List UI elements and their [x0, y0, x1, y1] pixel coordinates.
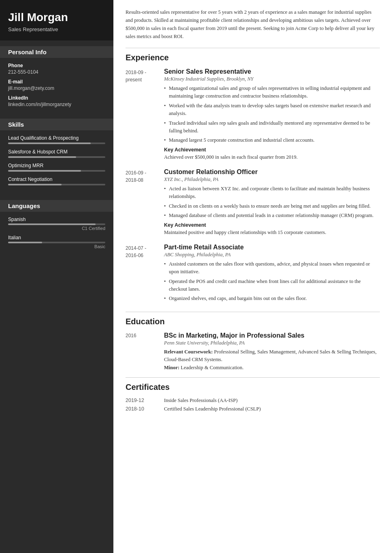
- edu-body: BSc in Marketing, Major in Professional …: [164, 332, 380, 372]
- section-divider: [126, 312, 380, 312]
- lang-name: Spanish: [8, 217, 105, 222]
- main-content: Results-oriented sales representative fo…: [113, 0, 392, 553]
- skill-bar-bg: [8, 143, 105, 144]
- bullet-item: Assisted customers on the sales floor wi…: [164, 260, 380, 276]
- skill-item: Salesforce & Hubspot CRM: [8, 149, 105, 158]
- personal-info-title: Personal Info: [0, 46, 113, 58]
- sidebar: Jill Morgan Sales Representative Persona…: [0, 0, 113, 553]
- lang-bar-fill: [8, 242, 42, 243]
- achievement-text: Achieved over $500,000 in sales in each …: [164, 153, 380, 161]
- skill-bar-fill: [8, 184, 62, 185]
- edu-coursework: Relevant Coursework: Professional Sellin…: [164, 348, 380, 372]
- cert-date: 2018-10: [126, 406, 164, 412]
- certificates-title: Certificates: [126, 383, 380, 392]
- skill-item: Optimizing MRR: [8, 163, 105, 172]
- certificate-entry: 2018-10 Certified Sales Leadership Profe…: [126, 406, 380, 412]
- bullet-item: Managed database of clients and potentia…: [164, 212, 380, 219]
- exp-date: 2018-09 -present: [126, 68, 164, 161]
- job-bullets: Managed organizational sales and group o…: [164, 85, 380, 145]
- skill-bar-fill: [8, 156, 76, 158]
- skill-item: Contract Negotiation: [8, 177, 105, 185]
- education-section: Education 2016 BSc in Marketing, Major i…: [126, 317, 380, 372]
- experience-entry: 2014-07 -2016-06 Part-time Retail Associ…: [126, 244, 380, 304]
- section-divider: [126, 377, 380, 378]
- summary-text: Results-oriented sales representative fo…: [126, 8, 380, 40]
- exp-date: 2016-09 -2018-08: [126, 168, 164, 236]
- linkedin-label: LinkedIn: [8, 95, 105, 101]
- skill-bar-bg: [8, 156, 105, 158]
- lang-level: Basic: [8, 244, 105, 249]
- skills-title: Skills: [0, 119, 113, 130]
- edu-date: 2016: [126, 332, 164, 372]
- bullet-item: Acted as liaison between XYZ Inc. and co…: [164, 185, 380, 201]
- candidate-title: Sales Representative: [8, 26, 105, 32]
- education-entry: 2016 BSc in Marketing, Major in Professi…: [126, 332, 380, 372]
- job-bullets: Acted as liaison between XYZ Inc. and co…: [164, 185, 380, 220]
- certificate-entry: 2019-12 Inside Sales Professionals (AA-I…: [126, 398, 380, 404]
- experience-section: Experience 2018-09 -present Senior Sales…: [126, 53, 380, 304]
- skill-name: Lead Qualification & Prospecting: [8, 135, 105, 141]
- cert-name: Certified Sales Leadership Professional …: [164, 406, 380, 412]
- languages-section: Languages Spanish C1 Certified Italian B…: [0, 194, 113, 257]
- job-title: Senior Sales Representative: [164, 68, 380, 75]
- lang-bar-fill: [8, 223, 96, 225]
- bullet-item: Worked with the data analysis team to de…: [164, 102, 380, 118]
- languages-title: Languages: [0, 200, 113, 212]
- linkedin-value: linkedin.com/in/jillmorganzety: [8, 102, 105, 107]
- sidebar-header: Jill Morgan Sales Representative: [0, 0, 113, 40]
- language-item: Spanish C1 Certified: [8, 217, 105, 231]
- job-bullets: Assisted customers on the sales floor wi…: [164, 260, 380, 303]
- achievement-label: Key Achievement: [164, 147, 380, 153]
- language-item: Italian Basic: [8, 235, 105, 249]
- bullet-item: Operated the POS and credit card machine…: [164, 278, 380, 294]
- personal-info-section: Personal Info Phone 212-555-0104 E-mail …: [0, 40, 113, 113]
- edu-school: Penn State University, Philadelphia, PA: [164, 340, 380, 346]
- skill-bar-bg: [8, 184, 105, 185]
- job-company: ABC Shopping, Philadelphia, PA: [164, 252, 380, 258]
- experience-entry: 2016-09 -2018-08 Customer Relationship O…: [126, 168, 380, 236]
- experience-title: Experience: [126, 53, 380, 62]
- experience-entry: 2018-09 -present Senior Sales Representa…: [126, 68, 380, 161]
- bullet-item: Tracked individual sales rep sales goals…: [164, 119, 380, 135]
- exp-body: Customer Relationship Officer XYZ Inc., …: [164, 168, 380, 236]
- cert-date: 2019-12: [126, 398, 164, 404]
- bullet-item: Managed organizational sales and group o…: [164, 85, 380, 100]
- exp-body: Part-time Retail Associate ABC Shopping,…: [164, 244, 380, 304]
- certificates-section: Certificates 2019-12 Inside Sales Profes…: [126, 383, 380, 412]
- skill-bar-fill: [8, 143, 91, 144]
- skill-bar-bg: [8, 170, 105, 172]
- achievement-label: Key Achievement: [164, 222, 380, 228]
- education-title: Education: [126, 317, 380, 326]
- cert-name: Inside Sales Professionals (AA-ISP): [164, 398, 380, 404]
- skill-name: Contract Negotiation: [8, 177, 105, 182]
- lang-bar-bg: [8, 223, 105, 225]
- exp-body: Senior Sales Representative McKinsey Ind…: [164, 68, 380, 161]
- job-title: Part-time Retail Associate: [164, 244, 380, 251]
- phone-value: 212-555-0104: [8, 69, 105, 75]
- bullet-item: Organized shelves, end caps, and bargain…: [164, 295, 380, 302]
- skill-bar-fill: [8, 170, 81, 172]
- email-label: E-mail: [8, 79, 105, 85]
- skill-name: Optimizing MRR: [8, 163, 105, 168]
- achievement-text: Maintained positive and happy client rel…: [164, 229, 380, 236]
- exp-date: 2014-07 -2016-06: [126, 244, 164, 304]
- job-company: XYZ Inc., Philadelphia, PA: [164, 177, 380, 183]
- lang-name: Italian: [8, 235, 105, 240]
- bullet-item: Checked in on clients on a weekly basis …: [164, 202, 380, 210]
- lang-level: C1 Certified: [8, 226, 105, 231]
- lang-bar-bg: [8, 242, 105, 243]
- skills-section: Skills Lead Qualification & Prospecting …: [0, 113, 113, 194]
- email-value: jill.morgan@zety.com: [8, 85, 105, 91]
- skill-name: Salesforce & Hubspot CRM: [8, 149, 105, 155]
- section-divider: [126, 48, 380, 48]
- edu-degree: BSc in Marketing, Major in Professional …: [164, 332, 380, 339]
- bullet-item: Managed largest 5 corporate construction…: [164, 136, 380, 144]
- skill-item: Lead Qualification & Prospecting: [8, 135, 105, 144]
- job-company: McKinsey Industrial Supplies, Brooklyn, …: [164, 76, 380, 82]
- candidate-name: Jill Morgan: [8, 11, 105, 24]
- job-title: Customer Relationship Officer: [164, 168, 380, 176]
- phone-label: Phone: [8, 63, 105, 68]
